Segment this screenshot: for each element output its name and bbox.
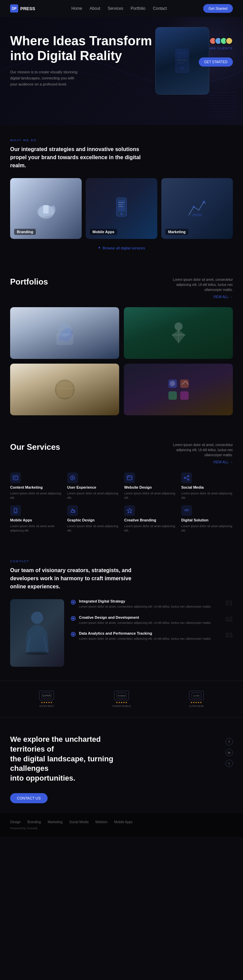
branding-icon <box>124 505 135 516</box>
doodle-man-image <box>124 307 233 359</box>
navbar: DP PRESS Home About Services Portfolio C… <box>0 0 243 17</box>
footer-link-webism[interactable]: Webism <box>95 820 107 824</box>
award-2-label: POWER MOBILE <box>112 705 131 707</box>
step-3-number: 03 <box>226 631 233 639</box>
hero-avatars: 40K CLIENTS <box>209 37 233 50</box>
graphic-design-icon <box>67 505 78 516</box>
hero-get-started-button[interactable]: GET STARTED <box>199 57 233 67</box>
nav-links: Home About Services Portfolio Contact <box>71 6 167 11</box>
svg-point-16 <box>175 322 183 331</box>
award-3-icon: ULTRA <box>189 691 204 700</box>
portfolio-pocket-note[interactable]: Pocket Note Lorem ipsum dolor sit amet, … <box>10 307 119 359</box>
our-services-header: Our Services Lorem ipsum dolor sit amet,… <box>10 442 233 464</box>
content-marketing-name: Content Marketing <box>10 485 62 489</box>
social-twitter[interactable]: t <box>226 760 233 767</box>
nav-cta-button[interactable]: Get Started <box>203 4 233 13</box>
footer-link-design[interactable]: Design <box>10 820 21 824</box>
ux-desc: Lorem ipsum dolor sit amet adipiscing el… <box>67 492 119 500</box>
services-icon-grid: Content Marketing Lorem ipsum dolor sit … <box>10 473 233 533</box>
svg-marker-41 <box>127 508 132 513</box>
logo: DP PRESS <box>10 5 35 13</box>
service-user-experience: User Experience Lorem ipsum dolor sit am… <box>67 473 119 500</box>
web-design-desc: Lorem ipsum dolor sit amet adipiscing el… <box>124 492 176 500</box>
footer-link-mobile[interactable]: Mobile Apps <box>114 820 132 824</box>
hero-title: Where Ideas Transform into Digital Reali… <box>10 34 155 63</box>
svg-text:ULTRA: ULTRA <box>193 695 199 697</box>
service-card-branding[interactable]: Branding <box>10 178 82 239</box>
browse-link[interactable]: ✦ Browse all digital services <box>10 246 233 250</box>
portfolio-grid: Pocket Note Lorem ipsum dolor sit amet, … <box>10 307 233 415</box>
nav-services[interactable]: Services <box>108 6 123 11</box>
svg-rect-1 <box>177 51 187 58</box>
portfolios-title: Portfolios <box>10 277 48 286</box>
our-services-title: Our Services <box>10 442 60 452</box>
footer-link-branding[interactable]: Branding <box>27 820 41 824</box>
graphic-design-name: Graphic Design <box>67 518 119 522</box>
iconic-image <box>124 364 233 415</box>
our-services-view-all[interactable]: VIEW ALL → <box>213 460 233 464</box>
award-1-icon: SUPER <box>39 691 54 700</box>
svg-rect-26 <box>13 476 18 480</box>
portfolios-view-all[interactable]: VIEW ALL → <box>213 295 233 299</box>
web-design-icon <box>124 473 135 483</box>
our-services-section: Our Services Lorem ipsum dolor sit amet,… <box>0 429 243 546</box>
award-1: SUPER ★★★★★ SUPER BEST <box>39 691 54 707</box>
contact-content: Integrated Digital Strategy Lorem ipsum … <box>10 599 233 667</box>
footer-link-social[interactable]: Social Media <box>69 820 88 824</box>
step-2: Creative Design and Development Lorem ip… <box>71 616 233 625</box>
svg-point-10 <box>193 206 195 208</box>
contact-us-button[interactable]: CONTACT US <box>10 793 47 803</box>
branding-desc: Lorem ipsum dolor sit amet adipiscing el… <box>124 524 176 533</box>
footer-bottom: Design Branding Marketing Social Media W… <box>0 813 243 837</box>
award-3: ULTRA ★★★★★ ULTRA GEAR <box>189 691 204 707</box>
digital-name: Digital Solution <box>181 518 233 522</box>
arrow-right-icon: → <box>229 295 233 299</box>
award-2-icon: POWER <box>114 691 129 700</box>
digital-icon <box>181 505 192 516</box>
svg-rect-8 <box>118 200 125 212</box>
award-1-stars: ★★★★★ <box>41 701 53 704</box>
branding-label: Branding <box>14 229 36 235</box>
portfolios-header-left: Portfolios <box>10 277 48 286</box>
portfolios-section: Portfolios Lorem ipsum dolor sit amet, c… <box>0 264 243 429</box>
ux-name: User Experience <box>67 485 119 489</box>
awards-section: SUPER ★★★★★ SUPER BEST POWER ★★★★★ POWER… <box>0 680 243 718</box>
service-card-marketing[interactable]: Marketing <box>161 178 233 239</box>
nav-contact[interactable]: Contact <box>153 6 167 11</box>
footer-powered-by: Powered by Sumedi. <box>10 827 233 830</box>
step-2-title: Creative Design and Development <box>79 616 222 619</box>
service-card-mobile[interactable]: Mobile Apps <box>86 178 157 239</box>
mobile-apps-desc: Lorem ipsum dolor sit amet amet adipisci… <box>10 524 62 533</box>
svg-rect-24 <box>180 391 189 400</box>
footer-tagline: We explore the uncharted territories of … <box>10 735 118 783</box>
svg-point-4 <box>181 67 184 70</box>
hero-section: Where Ideas Transform into Digital Reali… <box>0 17 243 125</box>
contact-steps: Integrated Digital Strategy Lorem ipsum … <box>71 599 233 641</box>
star-icon: ✦ <box>98 246 101 250</box>
portfolios-header-right: Lorem ipsum dolor sit amet, consectetur … <box>172 277 233 299</box>
portfolio-iconic[interactable]: Iconic Dashboard Lorem ipsum dolor sit a… <box>124 364 233 415</box>
nav-about[interactable]: About <box>90 6 100 11</box>
nav-portfolio[interactable]: Portfolio <box>131 6 145 11</box>
portfolio-aperture[interactable]: Aperture Night Lorem ipsum dolor sit ame… <box>10 364 119 415</box>
social-media-icon <box>181 473 192 483</box>
svg-text:POWER: POWER <box>118 695 126 697</box>
svg-point-30 <box>72 477 73 479</box>
content-marketing-icon <box>10 473 21 483</box>
social-media-name: Social Media <box>181 485 233 489</box>
service-creative-branding: Creative Branding Lorem ipsum dolor sit … <box>124 505 176 533</box>
svg-point-25 <box>170 381 175 386</box>
award-3-label: ULTRA GEAR <box>189 705 204 707</box>
svg-rect-3 <box>177 62 184 64</box>
service-content-marketing: Content Marketing Lorem ipsum dolor sit … <box>10 473 62 500</box>
portfolio-doodle-man[interactable]: Doodle Man Lorem ipsum dolor sit amet. <box>124 307 233 359</box>
social-facebook[interactable]: f <box>226 738 233 746</box>
social-linkedin[interactable]: in <box>226 749 233 756</box>
service-website-design: Website Design Lorem ipsum dolor sit ame… <box>124 473 176 500</box>
step-2-number: 02 <box>226 616 233 623</box>
portfolios-description: Lorem ipsum dolor sit amet, consectetur … <box>172 277 233 292</box>
footer-link-marketing[interactable]: Marketing <box>47 820 62 824</box>
mobile-label: Mobile Apps <box>90 229 117 235</box>
footer-top: We explore the uncharted territories of … <box>0 718 243 813</box>
nav-home[interactable]: Home <box>71 6 82 11</box>
